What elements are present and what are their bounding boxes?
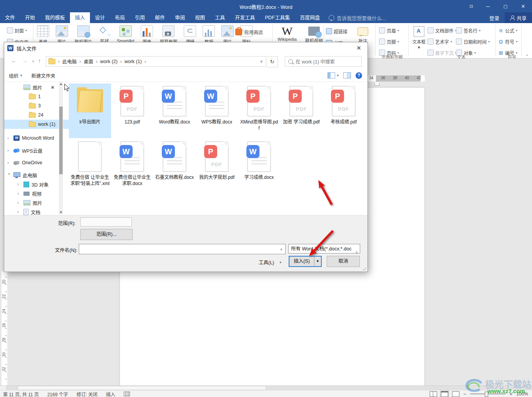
file-item[interactable]: W 学习成绩.docx [238,139,280,193]
close-button[interactable]: ✕ [514,3,532,9]
read-mode-icon[interactable] [430,391,437,397]
tree-item[interactable]: › 24 ✚ [4,110,58,120]
share-button[interactable]: 共享 [505,12,532,23]
ribbon-big-button[interactable]: 图表 [141,24,153,45]
ribbon-tab[interactable]: 开发工具 [230,12,260,23]
back-icon[interactable]: ← [11,57,17,64]
web-layout-icon[interactable] [452,391,459,397]
ribbon-tab[interactable]: PDF工具集 [260,12,295,23]
header-footer-button[interactable]: 页眉▾ [379,26,399,35]
ribbon-tab[interactable]: 工具 [210,12,230,23]
change-view-button[interactable]: ▾ [328,72,339,78]
ribbon-big-button[interactable]: 表格 [37,24,49,45]
breadcrumb[interactable]: › 此电脑› 桌面› work (2)› work (1)› ∨ [46,56,266,67]
sign-in-button[interactable]: 登录 [484,14,505,22]
up-icon[interactable]: ↑ [38,57,41,64]
expander-icon[interactable]: › [17,191,21,196]
ribbon-tab[interactable]: 插入 [70,12,90,23]
app-store-button[interactable]: 应用商店 [235,28,263,35]
filename-input[interactable]: ∨ [79,244,286,254]
tree-item[interactable]: › 3D 对象 ✚ [4,180,58,189]
symbol-group-button[interactable]: Ω符号▾ [498,37,517,46]
minimize-button[interactable]: ─ [479,3,497,9]
tree-item[interactable]: › 1 ✚ [4,92,58,101]
history-dropdown-icon[interactable]: ∨ [32,59,35,63]
cancel-button[interactable]: 取消 [327,256,360,267]
symbol-group-button[interactable]: π公式▾ [498,26,517,35]
text-group-button[interactable]: 签名行▾ [456,26,490,35]
maximize-button[interactable]: ◻ [497,3,514,9]
scrollbar-thumb[interactable] [18,386,266,390]
ribbon-big-button[interactable]: 图片 [56,24,68,45]
ribbon-tab[interactable]: 邮件 [150,12,170,23]
ribbon-big-button[interactable]: 形状 [99,24,110,45]
tree-item[interactable]: › OneDrive ✚ [4,158,58,167]
ribbon-tab[interactable]: 文件 [0,12,20,23]
tree-item[interactable]: › WPS云盘 ✚ [4,146,58,155]
file-item[interactable]: lr导出图片 [69,83,111,138]
resize-grip[interactable] [362,267,366,270]
insert-split-arrow-icon[interactable]: ▼ [314,257,321,266]
file-item[interactable]: PPDF XMind思维导图.pdf [238,83,280,138]
ribbon-big-button[interactable]: 图片 [221,24,234,45]
dialog-close-button[interactable]: ✕ [350,42,367,54]
ribbon-tab[interactable]: 开始 [20,12,40,23]
page-indicator[interactable]: 第 11 页, 共 11 页 [3,391,39,397]
ribbon-big-button[interactable]: 逻辑 [184,24,196,45]
tree-item[interactable]: › Microsoft Word ✚ [4,133,58,143]
tree-item[interactable]: › 图片 ✚ [4,198,58,207]
search-input[interactable]: 在 work (1) 中搜索 [285,56,362,67]
expander-icon[interactable]: › [7,135,11,141]
tree-item[interactable]: › work (1) ✚ [4,120,76,129]
tree-scrollbar[interactable]: ▲ ▼ [59,82,63,214]
preview-pane-icon[interactable] [343,72,351,78]
forward-icon[interactable]: → [22,57,28,64]
wikipedia-button[interactable]: WWikipedia [275,25,299,42]
online-video-button[interactable]: 联机视频 [302,25,326,43]
file-item[interactable]: PPDF 123.pdf [111,83,153,138]
breadcrumb-item[interactable]: 此电脑 [62,58,77,65]
insert-mode[interactable]: 插入 [106,391,115,397]
comment-button[interactable]: 批注 [352,25,374,44]
expander-icon[interactable]: › [7,173,12,177]
expander-icon[interactable]: › [17,200,21,205]
header-footer-button[interactable]: 页脚▾ [379,37,399,46]
keyboard-icon[interactable] [124,392,130,396]
ribbon-tab[interactable]: 设计 [90,12,110,23]
hyperlink-button[interactable]: 超链接 [326,27,347,35]
expander-icon[interactable]: › [17,209,21,215]
indent-marker[interactable] [374,82,379,86]
ribbon-big-button[interactable]: SmartArt [117,24,134,45]
textbox-button[interactable]: 文本框▾ [410,25,428,50]
insert-button[interactable]: 插入(S) ▼ [289,256,322,267]
expander-icon[interactable]: › [7,160,11,165]
breadcrumb-item[interactable]: 桌面 [84,58,93,65]
file-item[interactable]: W 石墨文档教程.docx [153,139,196,193]
track-changes[interactable]: 修订: 关闭 [76,391,98,397]
horizontal-ruler[interactable]: 34 36 38 40 42 [366,75,425,82]
ribbon-big-button[interactable]: 屏幕截图 [160,24,177,45]
expander-icon[interactable]: › [17,182,21,187]
ribbon-big-button[interactable]: 联机图片 [75,24,92,45]
filetype-select[interactable]: 所有 Word 文档(*.docx;*.doc∨ [288,244,360,254]
tools-button[interactable]: 工具(L)▾ [259,259,281,266]
range-button[interactable]: 范围(R)... [80,229,133,240]
text-group-button[interactable]: 日期和时间▾ [456,37,490,46]
ribbon-tab[interactable]: 审阅 [170,12,190,23]
range-input[interactable] [80,217,132,227]
print-layout-icon[interactable] [441,391,448,397]
file-item[interactable]: 免费住宿 让毕业生求职“轻装上阵”.xml [69,139,111,193]
help-icon[interactable]: ? [356,72,362,79]
scrollbar-thumb[interactable] [59,107,63,174]
scroll-up-icon[interactable]: ▲ [59,82,63,86]
scroll-down-icon[interactable]: ▼ [59,210,63,214]
breadcrumb-dropdown-icon[interactable]: ∨ [260,59,266,64]
cover-page-button[interactable]: 封面▾ [7,26,28,35]
ribbon-tab[interactable]: 视图 [190,12,210,23]
file-item[interactable]: PPDF 加密 学习成绩.pdf [280,83,323,138]
breadcrumb-item[interactable]: work (1) [125,59,142,64]
ribbon-big-button[interactable]: 数据 [203,24,215,45]
file-item[interactable]: W WPS教程.docx [196,83,238,138]
new-folder-button[interactable]: 新建文件夹 [27,72,60,79]
file-item[interactable]: W Word教程.docx [153,83,196,138]
